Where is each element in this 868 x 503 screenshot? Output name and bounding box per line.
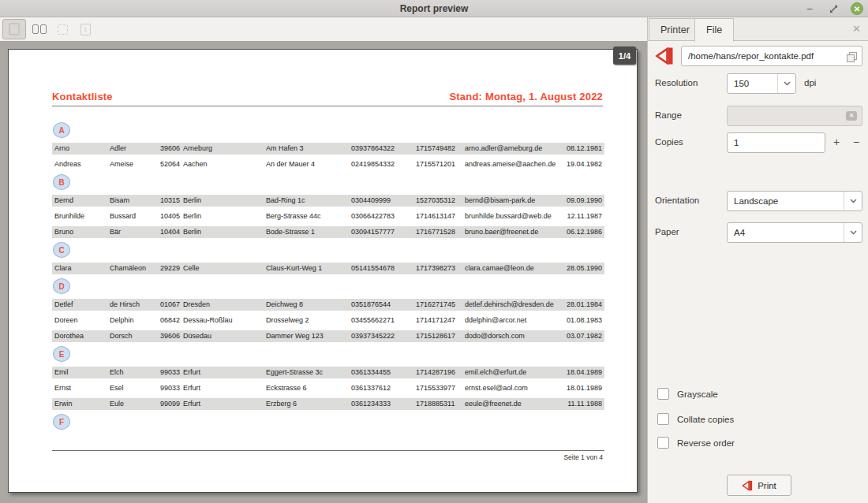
paper-dropdown[interactable]: A4 [727, 222, 862, 243]
report-section: A Arno Adler 39606 Arneburg Am Hafen 3 0… [52, 122, 604, 170]
copies-increment-button[interactable]: + [829, 136, 844, 150]
table-row: Bernd Bisam 10315 Berlin Bad-Ring 1c 030… [52, 195, 604, 207]
cell-city: Berlin [183, 211, 266, 222]
grayscale-option[interactable]: Grayscale [657, 388, 718, 400]
tab-file[interactable]: File [694, 18, 734, 42]
table-row: Clara Chamäleon 29229 Celle Claus-Kurt-W… [52, 263, 604, 274]
cell-email: detlef.dehirsch@dresden.de [465, 299, 559, 311]
section-rows: Emil Elch 99033 Erfurt Eggert-Strasse 3c… [52, 367, 604, 410]
cell-street: Am Hafen 3 [266, 143, 351, 155]
table-row: Doreen Delphin 06842 Dessau-Roßlau Dross… [52, 315, 604, 326]
cell-birthdate: 28.05.1990 [559, 263, 602, 274]
cell-zip: 52064 [157, 158, 183, 170]
cell-email: brunhilde.bussard@web.de [465, 211, 559, 222]
collate-copies-checkbox[interactable] [657, 413, 669, 425]
cell-street: Claus-Kurt-Weg 1 [266, 263, 351, 274]
single-page-icon [9, 23, 20, 35]
orientation-label: Orientation [655, 196, 699, 205]
cell-city: Erfurt [183, 382, 266, 394]
copy-path-icon[interactable] [847, 51, 857, 65]
cell-phone: 03066422783 [351, 211, 416, 222]
reverse-order-checkbox[interactable] [657, 437, 669, 449]
window-title: Report preview [400, 3, 469, 14]
minimize-button[interactable]: – [803, 2, 816, 15]
tab-printer[interactable]: Printer [649, 18, 702, 41]
cell-zip: 39606 [157, 143, 183, 155]
page-number-button[interactable]: 1 [73, 19, 97, 39]
cell-mobile: 1716771528 [416, 226, 465, 238]
cell-birthdate: 12.11.1987 [559, 211, 602, 222]
close-button[interactable]: ✕ [851, 2, 863, 15]
facing-pages-icon [32, 24, 47, 34]
cell-mobile: 1715571201 [416, 158, 465, 170]
cell-mobile: 1715533977 [416, 382, 465, 394]
report-section: C Clara Chamäleon 29229 Celle Claus-Kurt… [52, 242, 604, 274]
cell-last-name: Delphin [110, 315, 157, 326]
cell-phone: 0361337612 [351, 382, 416, 394]
cell-phone: 03937864322 [351, 143, 416, 155]
file-panel: Resolution 150 dpi Range ✕ Copies + − Or… [648, 41, 868, 503]
section-letter-badge: E [53, 346, 70, 362]
page-number-icon: 1 [80, 24, 91, 35]
grayscale-checkbox[interactable] [657, 388, 669, 400]
collate-copies-label: Collate copies [677, 415, 734, 424]
cell-last-name: Chamäleon [110, 263, 157, 274]
cell-mobile: 1714613147 [416, 211, 465, 222]
cell-mobile: 1714287196 [416, 367, 465, 378]
cell-first-name: Andreas [54, 158, 110, 170]
output-path-field[interactable] [681, 46, 862, 66]
section-letter: D [58, 282, 64, 291]
range-label: Range [655, 110, 682, 120]
facing-pages-view-button[interactable] [28, 19, 51, 39]
cell-zip: 06842 [157, 315, 183, 326]
cell-street: Bad-Ring 1c [266, 195, 351, 207]
range-field[interactable] [727, 106, 862, 126]
cell-email: clara.camae@leon.de [465, 263, 559, 274]
restore-icon [829, 5, 838, 13]
restore-button[interactable] [827, 2, 840, 15]
cell-email: ernst.esel@aol.com [465, 382, 559, 394]
cell-phone: 05141554678 [351, 263, 416, 274]
cell-first-name: Dorothea [54, 330, 110, 342]
table-row: Arno Adler 39606 Arneburg Am Hafen 3 039… [52, 143, 604, 155]
cell-first-name: Doreen [54, 315, 110, 326]
orientation-dropdown[interactable]: Landscape [727, 191, 862, 211]
titlebar: Report preview – ✕ [0, 0, 868, 17]
print-button[interactable]: Print [727, 475, 791, 496]
table-row: Ernst Esel 99033 Erfurt Eckstrasse 6 036… [52, 382, 604, 394]
report-section: E Emil Elch 99033 Erfurt Eggert-Strasse … [52, 346, 604, 410]
clear-range-icon[interactable]: ✕ [846, 111, 857, 121]
cell-birthdate: 08.12.1981 [559, 143, 602, 155]
copies-decrement-button[interactable]: − [849, 136, 863, 150]
reverse-order-option[interactable]: Reverse order [657, 437, 735, 449]
print-button-label: Print [758, 481, 776, 490]
copies-field[interactable] [727, 132, 825, 153]
section-rows: Clara Chamäleon 29229 Celle Claus-Kurt-W… [52, 263, 604, 274]
sidebar-close-icon[interactable]: ✕ [852, 23, 861, 35]
collate-copies-option[interactable]: Collate copies [657, 413, 734, 425]
cell-city: Dresden [183, 299, 266, 311]
multi-page-view-button[interactable] [51, 19, 74, 39]
cell-street: Deichweg 8 [266, 299, 351, 311]
cell-zip: 99033 [157, 367, 183, 378]
page-preview-area[interactable]: Kontaktliste Stand: Montag, 1. August 20… [0, 41, 647, 503]
pdf-file-icon [654, 46, 675, 66]
cell-phone: 03455662271 [351, 315, 416, 326]
cell-last-name: Adler [110, 143, 157, 155]
cell-birthdate: 11.11.1988 [559, 398, 602, 410]
resolution-value: 150 [734, 79, 749, 88]
cell-street: Bode-Strasse 1 [266, 226, 351, 238]
cell-first-name: Arno [54, 143, 110, 155]
section-letter-badge: A [53, 122, 70, 138]
resolution-dropdown[interactable]: 150 [727, 73, 796, 94]
table-row: Detlef de Hirsch 01067 Dresden Deichweg … [52, 299, 604, 311]
cell-city: Erfurt [183, 398, 266, 410]
section-letter: E [59, 350, 65, 359]
cell-mobile: 1715128617 [416, 330, 465, 342]
single-page-view-button[interactable] [2, 19, 26, 39]
cell-birthdate: 18.04.1989 [559, 367, 602, 378]
page-indicator-badge: 1/4 [613, 47, 636, 65]
cell-zip: 99099 [157, 398, 183, 410]
cell-zip: 10315 [157, 195, 183, 207]
cell-phone: 03937345222 [351, 330, 416, 342]
